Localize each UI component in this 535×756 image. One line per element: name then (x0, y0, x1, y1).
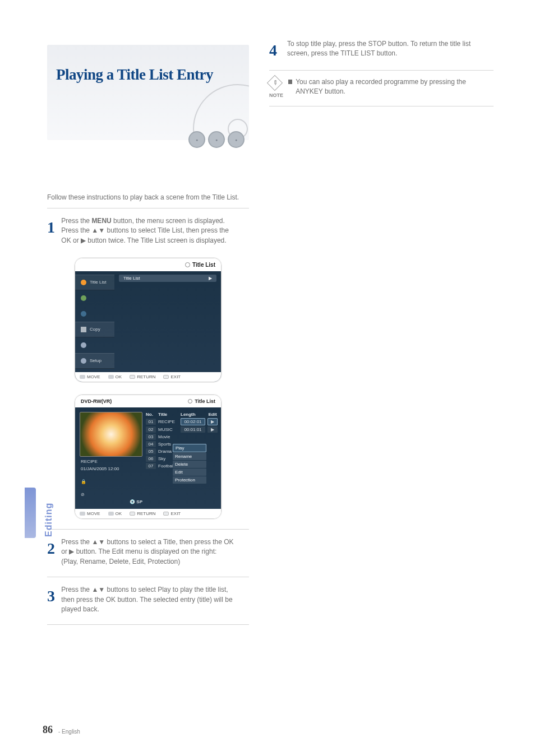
sidebar-item-1[interactable] (75, 290, 114, 306)
step-number-2: 2 (47, 537, 55, 560)
step-number-1: 1 (47, 216, 55, 239)
osd1-sidebar: Title List Copy Setup (75, 271, 114, 372)
col-title: Title (158, 412, 178, 417)
osd1-header-title: Title List (192, 262, 215, 268)
note-icon: ✎ (267, 75, 283, 90)
col-edit: Edit (207, 412, 218, 417)
sp-label: SP (136, 499, 142, 504)
bb2-3: EXIT (170, 511, 181, 516)
return-icon (130, 512, 135, 516)
footer-language: - English (58, 729, 80, 735)
sidebar-item-titlelist[interactable]: Title List (75, 275, 114, 290)
cell-len: 00:02:01 (181, 418, 205, 425)
cell-title: RECIPE (158, 419, 178, 424)
disc-badge-3: ● (228, 131, 245, 148)
bb1-0: MOVE (87, 374, 100, 379)
thumbnail-column: RECIPE 01/JAN/2005 12:00 🔒 ⊘ 💿 SP (80, 412, 142, 504)
osd2-hleft: DVD-RW(VR) (81, 398, 112, 404)
disc-badge-2: ● (208, 131, 225, 148)
pad-icon (108, 512, 114, 516)
s2-play: ▶ (69, 548, 74, 555)
popup-delete[interactable]: Delete (173, 461, 206, 468)
cell-len: 00:01:01 (181, 426, 205, 433)
popup-play[interactable]: Play (173, 444, 206, 452)
osd1-main: Title List ▶ (114, 271, 221, 350)
cell-no: 06 (146, 456, 156, 462)
cell-no: 04 (146, 441, 156, 447)
osd2-hright: Title List (195, 398, 215, 404)
bb2-2: RETURN (137, 511, 155, 516)
note-label: NOTE (269, 92, 283, 99)
note-block: ✎ NOTE You can also play a recorded prog… (269, 77, 494, 99)
osd1-bottom-bar: MOVE OK RETURN EXIT (75, 372, 221, 382)
disc-icon (185, 262, 190, 267)
s2-tail: button. The Edit menu is displayed on th… (61, 548, 216, 565)
disc-badge-1: ● (188, 131, 205, 148)
cell-no: 03 (146, 434, 156, 440)
cell-no: 01 (146, 419, 156, 425)
bb2-1: OK (116, 511, 122, 516)
col-no: No. (146, 412, 156, 417)
table-row[interactable]: 03 Movie (146, 434, 218, 440)
osd1-chip[interactable]: Title List ▶ (119, 275, 216, 282)
step-4: 4 To stop title play, press the STOP but… (269, 39, 494, 62)
osd2-bottom-bar: MOVE OK RETURN EXIT (75, 509, 221, 518)
page-number: 86 (43, 724, 53, 736)
cell-edit: ▶ (207, 426, 218, 433)
step-number-4: 4 (269, 39, 283, 62)
cell-edit: ▶ (207, 418, 218, 425)
preview-thumbnail (80, 412, 142, 457)
disc-small-icon: 💿 (130, 499, 135, 504)
s3-arrows: ▲▼ (91, 586, 105, 593)
thumb-date: 01/JAN/2005 12:00 (81, 466, 119, 471)
pad-icon (80, 512, 85, 516)
section-tab (25, 488, 36, 538)
popup-edit[interactable]: Edit (173, 469, 206, 476)
sidebar-item-setup[interactable]: Setup (75, 353, 114, 369)
lock-icon: 🔒 (81, 479, 86, 484)
sb-label-0: Title List (90, 280, 107, 285)
osd-titlelist-screenshot: DVD-RW(VR) Title List RECIPE 01/JAN/2005… (75, 395, 222, 519)
osd2-header: DVD-RW(VR) Title List (75, 395, 221, 407)
step-number-3: 3 (47, 585, 55, 608)
step1-bold: MENU (91, 217, 111, 225)
osd-menu-screenshot: Title List Title List Copy Setup Title L… (75, 258, 222, 382)
step-3: 3 Press the ▲▼ buttons to select Play to… (47, 585, 249, 614)
play-icon: ▶ (209, 276, 212, 281)
sb-label-5: Setup (90, 358, 102, 363)
sidebar-item-copy[interactable]: Copy (75, 322, 114, 337)
thumb-title: RECIPE (81, 459, 98, 464)
disc-icon (188, 399, 192, 403)
exit-icon (163, 512, 169, 516)
bb2-0: MOVE (87, 511, 100, 516)
pad-icon (108, 375, 114, 379)
bb1-3: EXIT (170, 374, 181, 379)
s2-lead: Press the (61, 538, 91, 546)
popup-protection[interactable]: Protection (173, 476, 206, 484)
pad-icon (80, 375, 85, 379)
step-1: 1 Press the MENU button, the menu screen… (47, 216, 249, 245)
sb-label-3: Copy (90, 327, 100, 332)
noentry-icon: ⊘ (81, 492, 85, 497)
bb1-2: RETURN (137, 374, 155, 379)
bullet-icon (288, 80, 292, 84)
intro-text: Follow these instructions to play back a… (47, 193, 249, 208)
sidebar-item-2[interactable] (75, 306, 114, 322)
cell-no: 05 (146, 448, 156, 454)
cell-no: 02 (146, 426, 156, 433)
page-title: Playing a Title List Entry (47, 45, 249, 84)
section-tab-label: Editing (44, 503, 54, 537)
edit-popup-menu: Play Rename Delete Edit Protection (173, 444, 206, 484)
cell-title: Movie (158, 434, 218, 439)
table-row[interactable]: 02 MUSIC 00:01:01 ▶ (146, 426, 218, 433)
table-row[interactable]: 01 RECIPE 00:02:01 ▶ (146, 418, 218, 425)
return-icon (130, 375, 135, 379)
step1-lead: Press the (61, 217, 91, 225)
s2-arrows: ▲▼ (91, 538, 105, 546)
sidebar-item-4[interactable] (75, 337, 114, 353)
cell-no: 07 (146, 463, 156, 469)
cell-title: MUSIC (158, 427, 178, 432)
s3-lead: Press the (61, 586, 91, 593)
popup-rename[interactable]: Rename (173, 453, 206, 460)
osd1-chip-label: Title List (123, 276, 140, 281)
